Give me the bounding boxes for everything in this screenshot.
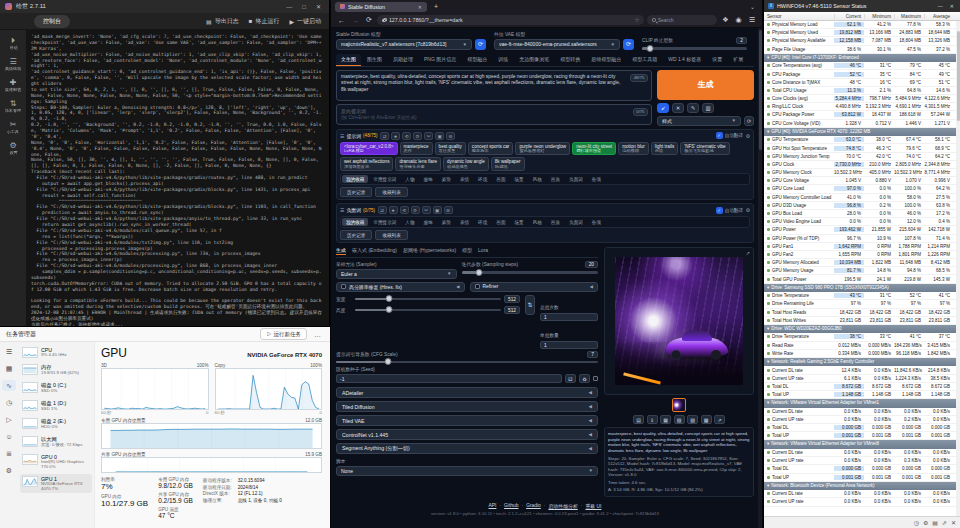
script-select[interactable]: None▼ xyxy=(336,466,598,476)
details-icon[interactable]: ≣ xyxy=(2,448,16,459)
sensor-row[interactable]: Physical Memory Available12,158 MB7,087 … xyxy=(764,37,960,45)
sidebar-item-疑难解答[interactable]: ✚疑难解答 xyxy=(0,78,26,92)
cut-tags-button[interactable]: ✂ xyxy=(424,132,433,140)
menu-icon[interactable]: ☰ xyxy=(2,346,16,357)
category-负面词[interactable]: 负面词 xyxy=(565,175,587,183)
refresh-vae-icon[interactable]: ⟳ xyxy=(623,39,634,50)
prompt-tag-chip[interactable]: concept sports car概念跑车 xyxy=(468,142,514,156)
sensor-row[interactable]: CPU Core Voltage (VID)1.328 V0.712 V1.44… xyxy=(764,120,960,128)
tab-模型转换[interactable]: 模型转换 xyxy=(555,54,585,66)
page-scrollbar[interactable] xyxy=(758,28,762,528)
sensor-row[interactable]: Total Host Reads18,422 GB18,422 GB18,422… xyxy=(764,309,960,317)
sensor-row[interactable]: GPU Video Engine Load0.0 %0.0 %12.0 %0.4… xyxy=(764,218,960,226)
tab-模型融合[interactable]: 模型融合 xyxy=(462,54,492,66)
sensor-row[interactable]: Total DL8.672 GB8.672 GB8.672 GB8.672 GB xyxy=(764,383,960,391)
sensor-row[interactable]: Drive Temperature38 °C33 °C41 °C37 °C xyxy=(764,333,960,341)
hwinfo-settings-button[interactable]: ⚙ xyxy=(923,519,928,526)
clear-prompt-button[interactable]: ✕ xyxy=(672,103,684,113)
sensor-row[interactable]: Current DL rate12.4 KB/s0.0 KB/s11,842.6… xyxy=(764,366,960,374)
prompt-input[interactable]: masterpiece, best quality, ultra-detaile… xyxy=(336,70,652,101)
sensor-row[interactable]: Physical Memory Load62.1 %41.2 %77.8 %58… xyxy=(764,21,960,29)
sensor-row[interactable]: Core Distance to TjMAX48 °C16 °C69 °C51 … xyxy=(764,79,960,87)
sensor-row[interactable]: GPU D3D Usage96.8 %0.2 %100.0 %63.8 % xyxy=(764,202,960,210)
section-collapse-icon[interactable]: ▾ xyxy=(767,399,769,408)
sidebar-item-启动[interactable]: ⏵启动 xyxy=(0,36,26,50)
prompt-tag-chip[interactable]: purple neon underglow紫色氛围底灯 xyxy=(515,142,570,156)
action-收藏列表[interactable]: 收藏列表 xyxy=(375,187,407,197)
sensor-row[interactable]: Core Temperatures (avg)46 °C31 °C79 °C45… xyxy=(764,62,960,70)
param-tab-模型[interactable]: 模型 xyxy=(462,247,472,255)
section-collapse-icon[interactable]: ▾ xyxy=(767,284,769,293)
save-zip-button[interactable]: ▦ xyxy=(660,415,671,424)
sensor-row[interactable]: Ring/LLC Clock4,490.8 MHz3,192.3 MHz4,69… xyxy=(764,103,960,111)
sensor-row[interactable]: GPU Memory Usage81.7 %14.8 %94.8 %68.5 % xyxy=(764,267,960,275)
cfg-slider[interactable]: 提示词引导系数 (CFG Scale)7 xyxy=(336,351,598,363)
console-tab[interactable]: 控制台 xyxy=(34,15,70,28)
prompt-tag-chip[interactable]: <lora:cyber_car_v2:0.8>LoRA 模型 xyxy=(340,142,398,156)
run-new-task-button[interactable]: ▷ 运行新任务 xyxy=(260,328,307,340)
drag-handle-icon[interactable]: ☰ xyxy=(340,207,344,213)
sensor-row[interactable]: Total GPU Power196.5 W24.1 W219.8 W145.3… xyxy=(764,275,960,283)
menu-icon[interactable]: ☰ xyxy=(747,16,757,24)
sidebar-item-GPU 0[interactable]: GPU 0Intel(R) UHD Graphics 770 0% xyxy=(20,452,92,472)
sensor-row[interactable]: Total DL0.000 GB0.000 GB0.000 GB0.000 GB xyxy=(764,424,960,432)
sidebar-item-磁盘 1 (D:)[interactable]: 磁盘 1 (D:)SSD 1% xyxy=(20,398,92,414)
category-杂项[interactable]: 杂项 xyxy=(588,218,605,226)
bookmark-star-icon[interactable]: ☆ xyxy=(634,17,639,23)
category-常用提示词[interactable]: 常用提示词 xyxy=(369,218,400,226)
close-tab-icon[interactable]: ✕ xyxy=(418,4,422,10)
translate-button[interactable]: ⇄ xyxy=(380,132,389,140)
param-tab-嵌入式 (Embedding)[interactable]: 嵌入式 (Embedding) xyxy=(352,247,397,255)
prompt-tag-chip[interactable]: neon-lit city street霓虹城市街道 xyxy=(572,142,616,156)
param-tab-生成[interactable]: 生成 xyxy=(336,247,346,255)
save-image-button[interactable]: ⇓ xyxy=(647,415,658,424)
param-tab-超网络 (Hypernetworks)[interactable]: 超网络 (Hypernetworks) xyxy=(403,247,456,255)
section-collapse-icon[interactable]: ▾ xyxy=(767,128,769,137)
category-负面词[interactable]: 负面词 xyxy=(565,218,587,226)
accordion-ControlNet v1.1.445[interactable]: ControlNet v1.1.445◀ xyxy=(336,429,598,440)
category-表情[interactable]: 表情 xyxy=(456,175,473,183)
sensor-row[interactable]: Total Host Writes23,811 GB23,811 GB23,81… xyxy=(764,317,960,325)
category-画面[interactable]: 画面 xyxy=(492,175,509,183)
one-click-start-button[interactable]: ▶一键启动 xyxy=(289,17,321,26)
hires-fix-toggle[interactable]: 高分辨率修复 (Hires. fix)◀ xyxy=(336,282,465,292)
category-环境[interactable]: 环境 xyxy=(474,175,491,183)
aio-settings-button[interactable]: ⚙ xyxy=(446,132,455,140)
drag-handle-icon[interactable]: ☰ xyxy=(340,133,344,139)
prompt-tag-chip[interactable]: best quality最佳质量 xyxy=(435,142,466,156)
sensor-row[interactable]: GPU Clock2,730.0 MHz210.0 MHz2,805.0 MHz… xyxy=(764,161,960,169)
section-collapse-icon[interactable]: ▾ xyxy=(767,325,769,334)
category-表情[interactable]: 表情 xyxy=(456,218,473,226)
auto-translate-toggle[interactable]: ✓自动翻译 xyxy=(716,207,743,214)
maximize-icon[interactable]: □ xyxy=(299,4,309,10)
category-杂项[interactable]: 杂项 xyxy=(588,175,605,183)
sensor-row[interactable]: CPU Package52 °C35 °C84 °C49 °C xyxy=(764,70,960,78)
negative-prompt-input[interactable]: 反向提示词 (按 Ctrl+Enter 或 Alt+Enter 开始生成) 0/… xyxy=(336,104,652,125)
accordion-Tiled VAE[interactable]: Tiled VAE◀ xyxy=(336,415,598,426)
sensor-row[interactable]: Current DL rate0.0 KB/s0.0 KB/s0.0 KB/s0… xyxy=(764,490,960,498)
sensor-row[interactable]: GPU Memory Controller Load41.0 %0.0 %58.… xyxy=(764,194,960,202)
prompt-tag-chip[interactable]: dynamic low angle动感低视角 xyxy=(443,157,489,171)
sensor-row[interactable]: Current DL rate0.0 KB/s0.0 KB/s0.0 KB/s0… xyxy=(764,449,960,457)
category-服饰[interactable]: 服饰 xyxy=(420,175,437,183)
send-to-inpaint-button[interactable]: ▨ xyxy=(687,415,698,424)
batch-count-input[interactable]: 1 xyxy=(540,313,598,321)
terminate-button[interactable]: ■终止运行 xyxy=(249,17,280,26)
sensor-row[interactable]: Current DL rate0.0 KB/s0.0 KB/s0.0 KB/s0… xyxy=(764,408,960,416)
batch-size-input[interactable]: 1 xyxy=(540,341,598,349)
copy-tags-button[interactable]: ▣ xyxy=(435,132,444,140)
translate-button[interactable]: ⇄ xyxy=(378,206,387,214)
reset-clock-button[interactable]: ◷ xyxy=(914,519,919,526)
sidebar-item-以太网[interactable]: 以太网发送: 0 接收: 72 Kbps xyxy=(20,434,92,450)
sensor-row[interactable]: Current UP rate0.0 KB/s0.0 KB/s0.0 KB/s0… xyxy=(764,498,960,506)
category-人物[interactable]: 人物 xyxy=(401,218,418,226)
users-icon[interactable]: ☺ xyxy=(2,431,16,442)
sidebar-item-磁盘 0 (C:)[interactable]: 磁盘 0 (C:)SSD 0% xyxy=(20,380,92,396)
accordion-ADetailer[interactable]: ADetailer◀ xyxy=(336,387,598,398)
send-to-upscale-button[interactable]: ⇗ xyxy=(714,415,725,424)
category-场景[interactable]: 场景 xyxy=(510,175,527,183)
reuse-seed-button[interactable]: ♻ xyxy=(579,374,590,383)
prompt-tag-chip[interactable]: masterpiece杰作 xyxy=(400,142,433,156)
gallery-thumbnail[interactable] xyxy=(672,398,686,412)
category-姿势[interactable]: 姿势 xyxy=(438,218,455,226)
